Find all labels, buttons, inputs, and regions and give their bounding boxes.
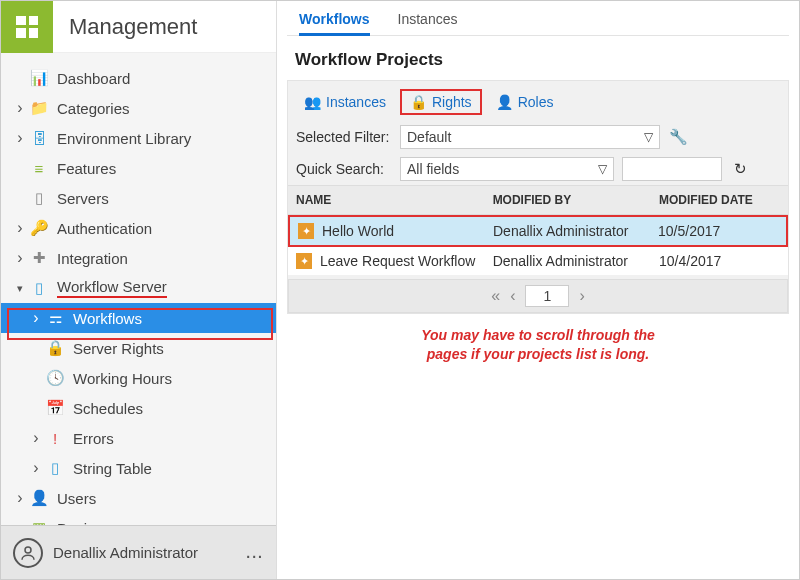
row-modified-by: Denallix Administrator (493, 253, 659, 269)
search-input[interactable] (622, 157, 722, 181)
sidebar-item-dashboard[interactable]: 📊Dashboard (1, 63, 276, 93)
search-label: Quick Search: (296, 161, 392, 177)
search-row: Quick Search: All fields ▽ ↻ (288, 153, 788, 185)
sidebar-item-designer[interactable]: ▧Designer (1, 513, 276, 525)
sidebar-item-label: Environment Library (57, 130, 191, 147)
avatar-icon (13, 538, 43, 568)
sidebar-item-servers[interactable]: ▯Servers (1, 183, 276, 213)
sidebar-item-label: Dashboard (57, 70, 130, 87)
sidebar: Management 📊Dashboard📁Categories🗄Environ… (1, 1, 277, 579)
sidebar-item-server-rights[interactable]: 🔒Server Rights (1, 333, 276, 363)
chevron-right-icon (13, 249, 27, 267)
nav-icon: ▯ (45, 459, 65, 477)
table-body: ✦Hello WorldDenallix Administrator10/5/2… (288, 215, 788, 275)
nav-icon: 📅 (45, 399, 65, 417)
instances-icon: 👥 (304, 94, 321, 110)
chevron-right-icon (29, 459, 43, 477)
table-row[interactable]: ✦Hello WorldDenallix Administrator10/5/2… (288, 215, 788, 247)
tab-instances[interactable]: Instances (398, 11, 458, 36)
tab-workflows[interactable]: Workflows (299, 11, 370, 36)
workflow-icon: ✦ (296, 253, 312, 269)
col-modified-date[interactable]: MODIFIED DATE (659, 193, 780, 207)
nav-icon: ⚎ (45, 309, 65, 327)
inner-tab-label: Instances (326, 94, 386, 110)
chevron-right-icon (13, 489, 27, 507)
sidebar-item-users[interactable]: 👤Users (1, 483, 276, 513)
sidebar-item-categories[interactable]: 📁Categories (1, 93, 276, 123)
chevron-right-icon (13, 99, 27, 117)
sidebar-item-workflows[interactable]: ⚎Workflows (1, 303, 276, 333)
sidebar-item-label: Categories (57, 100, 130, 117)
sidebar-item-workflow-server[interactable]: ▯Workflow Server (1, 273, 276, 303)
filter-row: Selected Filter: Default ▽ 🔧 (288, 121, 788, 153)
app-logo[interactable] (1, 1, 53, 53)
wrench-icon[interactable]: 🔧 (668, 127, 688, 147)
sidebar-item-schedules[interactable]: 📅Schedules (1, 393, 276, 423)
nav-icon: 📁 (29, 99, 49, 117)
rights-icon: 🔒 (410, 94, 427, 110)
pager-page[interactable]: 1 (525, 285, 569, 307)
sidebar-item-working-hours[interactable]: 🕓Working Hours (1, 363, 276, 393)
pager-prev-icon[interactable]: ‹ (510, 287, 515, 305)
chevron-right-icon (13, 129, 27, 147)
chevron-right-icon (29, 429, 43, 447)
nav-icon: 🔑 (29, 219, 49, 237)
col-name[interactable]: NAME (296, 193, 493, 207)
sidebar-item-label: Server Rights (73, 340, 164, 357)
sidebar-item-label: Working Hours (73, 370, 172, 387)
pager-first-icon[interactable]: « (491, 287, 500, 305)
sidebar-item-label: Workflow Server (57, 278, 167, 298)
inner-tab-rights[interactable]: 🔒Rights (400, 89, 482, 115)
main-panel: WorkflowsInstances Workflow Projects 👥In… (277, 1, 799, 579)
filter-value: Default (407, 129, 451, 145)
nav-icon: 👤 (29, 489, 49, 507)
nav-icon: ! (45, 429, 65, 447)
sidebar-item-label: String Table (73, 460, 152, 477)
sidebar-item-label: Errors (73, 430, 114, 447)
chevron-right-icon (13, 219, 27, 237)
more-button[interactable]: ... (246, 545, 264, 561)
chevron-right-icon (29, 309, 43, 327)
filter-select[interactable]: Default ▽ (400, 125, 660, 149)
row-modified-date: 10/5/2017 (658, 223, 778, 239)
inner-tab-roles[interactable]: 👤Roles (488, 89, 562, 115)
pager: « ‹ 1 › (288, 279, 788, 313)
table-header: NAME MODIFIED BY MODIFIED DATE (288, 185, 788, 215)
sidebar-item-label: Authentication (57, 220, 152, 237)
current-user: Denallix Administrator (53, 544, 246, 561)
nav-icon: ▯ (29, 279, 49, 297)
chevron-down-icon (13, 282, 27, 295)
nav-icon: 🕓 (45, 369, 65, 387)
refresh-icon[interactable]: ↻ (730, 159, 750, 179)
inner-tabs: 👥Instances🔒Rights👤Roles (288, 81, 788, 121)
top-tabs: WorkflowsInstances (287, 11, 789, 36)
table-row[interactable]: ✦Leave Request WorkflowDenallix Administ… (288, 247, 788, 275)
pager-next-icon[interactable]: › (579, 287, 584, 305)
sidebar-item-integration[interactable]: ✚Integration (1, 243, 276, 273)
nav-icon: 🗄 (29, 129, 49, 147)
filter-label: Selected Filter: (296, 129, 392, 145)
chevron-down-icon: ▽ (598, 162, 607, 176)
search-fields-select[interactable]: All fields ▽ (400, 157, 614, 181)
sidebar-item-authentication[interactable]: 🔑Authentication (1, 213, 276, 243)
col-modified-by[interactable]: MODIFIED BY (493, 193, 659, 207)
sidebar-item-label: Features (57, 160, 116, 177)
sidebar-item-label: Servers (57, 190, 109, 207)
row-modified-by: Denallix Administrator (493, 223, 658, 239)
sidebar-header: Management (1, 1, 276, 53)
sidebar-footer: Denallix Administrator ... (1, 525, 276, 579)
sidebar-item-features[interactable]: ≡Features (1, 153, 276, 183)
workflow-icon: ✦ (298, 223, 314, 239)
sidebar-item-environment-library[interactable]: 🗄Environment Library (1, 123, 276, 153)
row-modified-date: 10/4/2017 (659, 253, 780, 269)
sidebar-item-label: Workflows (73, 310, 142, 327)
inner-tab-instances[interactable]: 👥Instances (296, 89, 394, 115)
nav-icon: ▯ (29, 189, 49, 207)
sidebar-item-label: Users (57, 490, 96, 507)
svg-point-0 (25, 547, 31, 553)
search-fields-value: All fields (407, 161, 459, 177)
annotation-text: You may have to scroll through thepages … (287, 326, 789, 364)
sidebar-item-errors[interactable]: !Errors (1, 423, 276, 453)
app-title: Management (53, 14, 197, 40)
sidebar-item-string-table[interactable]: ▯String Table (1, 453, 276, 483)
